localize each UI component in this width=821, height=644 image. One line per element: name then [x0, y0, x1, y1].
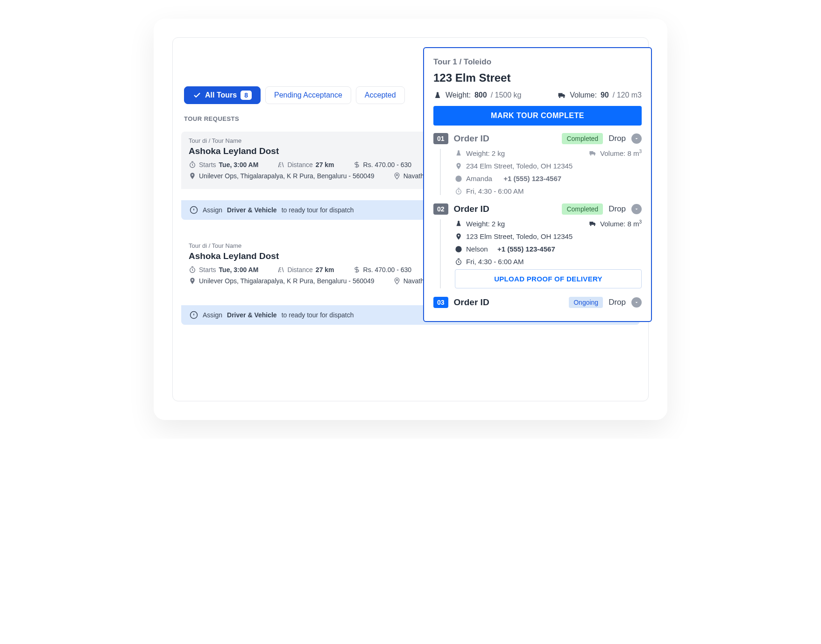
- app-shell: All Tours 8 Pending Acceptance Accepted …: [154, 19, 667, 420]
- truck-icon: [589, 149, 596, 157]
- chevron-down-icon: [634, 136, 639, 141]
- tour-distance: Distance 27 km: [277, 266, 334, 273]
- svg-point-8: [455, 246, 461, 252]
- mark-complete-button[interactable]: MARK TOUR COMPLETE: [433, 106, 642, 126]
- dollar-icon: [353, 161, 361, 168]
- weight-icon: [433, 91, 442, 99]
- svg-point-6: [455, 175, 461, 182]
- upload-proof-button[interactable]: UPLOAD PROOF OF DELIVERY: [455, 269, 642, 288]
- weight-icon: [455, 149, 462, 157]
- tab-accepted[interactable]: Accepted: [356, 86, 405, 104]
- svg-point-4: [396, 279, 397, 280]
- order-id-label: Order ID: [454, 133, 557, 144]
- order-id-label: Order ID: [454, 297, 564, 308]
- clock-icon: [189, 266, 196, 273]
- weight-icon: [455, 220, 462, 227]
- road-icon: [277, 266, 284, 273]
- expand-button[interactable]: [631, 133, 642, 144]
- order-number: 03: [433, 297, 448, 308]
- drop-label: Drop: [609, 134, 626, 143]
- volume-metric: Volume: 90 / 120 m3: [558, 91, 642, 99]
- person-icon: [455, 175, 462, 182]
- drop-label: Drop: [609, 298, 626, 307]
- location-outline-icon: [393, 277, 401, 285]
- location-icon: [189, 277, 196, 285]
- chevron-down-icon: [634, 206, 639, 212]
- info-icon: [190, 206, 198, 214]
- tab-count-badge: 8: [241, 91, 252, 100]
- main-panel: All Tours 8 Pending Acceptance Accepted …: [172, 37, 649, 401]
- weight-metric: Weight: 800 / 1500 kg: [433, 91, 521, 99]
- tab-all-tours[interactable]: All Tours 8: [184, 86, 261, 104]
- location-icon: [189, 172, 196, 180]
- tour-detail-panel: Tour 1 / Toleido 123 Elm Street Weight: …: [423, 47, 652, 322]
- drop-label: Drop: [609, 204, 626, 214]
- order-header: 01 Order ID Completed Drop: [433, 133, 642, 144]
- tab-label: All Tours: [205, 91, 237, 99]
- tour-cost: Rs. 470.00 - 630: [353, 266, 412, 273]
- tour-starts: Starts Tue, 3:00 AM: [189, 161, 258, 168]
- tour-starts: Starts Tue, 3:00 AM: [189, 266, 258, 273]
- tour-cost: Rs. 470.00 - 630: [353, 161, 412, 168]
- clock-icon: [189, 161, 196, 168]
- breadcrumb: Tour 1 / Toleido: [433, 57, 642, 67]
- expand-button[interactable]: [631, 297, 642, 308]
- tour-origin: Unilever Ops, Thigalarapalya, K R Pura, …: [189, 172, 375, 180]
- location-outline-icon: [393, 172, 401, 180]
- order-id-label: Order ID: [454, 204, 557, 214]
- order-number: 01: [433, 133, 448, 144]
- location-icon: [455, 162, 462, 170]
- road-icon: [277, 161, 284, 168]
- person-icon: [455, 245, 462, 253]
- expand-button[interactable]: [631, 204, 642, 214]
- truck-icon: [589, 220, 596, 227]
- clock-icon: [455, 188, 462, 195]
- tab-label: Pending Acceptance: [274, 91, 342, 99]
- status-badge: Completed: [562, 133, 603, 144]
- chevron-down-icon: [634, 300, 639, 305]
- check-icon: [193, 91, 201, 99]
- tab-pending[interactable]: Pending Acceptance: [265, 86, 351, 104]
- order-header: 03 Order ID Ongoing Drop: [433, 297, 642, 308]
- clock-icon: [455, 258, 462, 266]
- truck-icon: [558, 91, 566, 99]
- location-icon: [455, 233, 462, 240]
- info-icon: [190, 311, 198, 319]
- tour-origin: Unilever Ops, Thigalarapalya, K R Pura, …: [189, 277, 375, 285]
- dollar-icon: [353, 266, 361, 273]
- metrics-row: Weight: 800 / 1500 kg Volume: 90 / 120 m…: [433, 91, 642, 99]
- order-details: Weight: 2 kg Volume: 8 m3 123 Elm Street…: [433, 219, 642, 288]
- tour-distance: Distance 27 km: [277, 161, 334, 168]
- tab-label: Accepted: [365, 91, 396, 99]
- status-badge: Ongoing: [569, 297, 603, 308]
- order-header: 02 Order ID Completed Drop: [433, 203, 642, 215]
- order-number: 02: [433, 203, 448, 215]
- detail-title: 123 Elm Street: [433, 71, 642, 84]
- status-badge: Completed: [562, 203, 603, 215]
- order-details: Weight: 2 kg Volume: 8 m3 234 Elm Street…: [433, 149, 642, 195]
- svg-point-1: [396, 174, 397, 175]
